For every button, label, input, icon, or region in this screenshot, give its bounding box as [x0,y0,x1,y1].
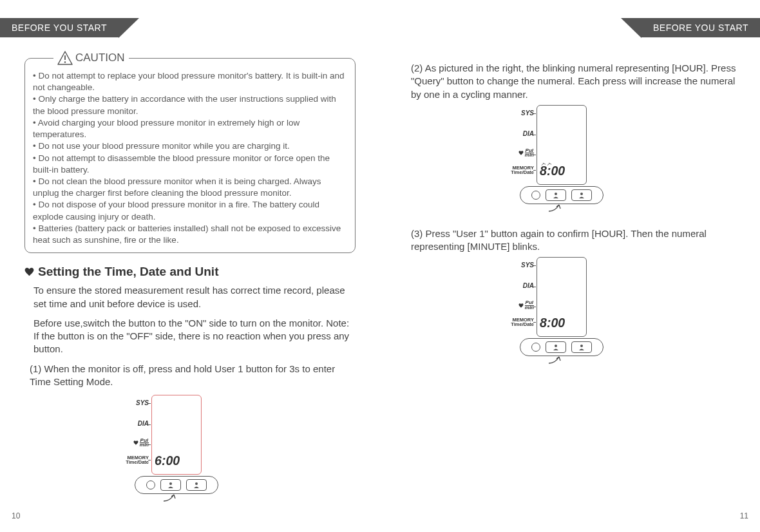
svg-text:8:00: 8:00 [540,164,565,178]
svg-point-1 [64,62,66,63]
label-pul: Pulmin [499,301,534,310]
device-screen: 6:00 [151,395,202,475]
svg-point-9 [555,345,557,347]
page-left: BEFORE YOU START CAUTION • Do not attemp… [0,0,380,532]
left-content: CAUTION • Do not attempt to replace your… [24,58,356,494]
step-3: (3) Press "User 1" button again to confi… [411,227,739,254]
caution-item: • Do not dispose of your blood pressure … [33,199,347,222]
label-pul: Pulmin [114,439,149,448]
device-screen: 8:00 [537,105,587,185]
person-icon [193,482,200,488]
svg-point-6 [555,193,557,195]
caution-item: • Do not clean the blood pressure monito… [33,176,347,199]
page-number-right: 11 [740,511,748,520]
caution-item: • Only charge the battery in accordance … [33,93,347,117]
power-button [531,343,540,352]
user2-button [571,189,592,201]
seven-seg-display: 8:00 [540,314,585,331]
power-button [146,480,155,489]
press-arrow-icon [547,352,567,365]
page-right: BEFORE YOU START (2) As pictured in the … [380,0,760,532]
heart-icon [24,267,34,276]
label-memory: MEMORYTime/Date [499,318,534,327]
svg-text:6:00: 6:00 [155,453,180,468]
svg-point-7 [580,193,583,195]
person-icon [553,192,559,198]
device-base [520,186,603,204]
heart-icon [518,303,524,308]
label-dia: DIA [114,421,149,427]
caution-item: • Batteries (battery pack or batteries i… [33,223,347,246]
person-icon [167,482,174,488]
caution-item: • Do not use your blood pressure monitor… [33,140,347,152]
step-1: (1) When the monitor is off, press and h… [30,363,356,389]
device-figure-1: SYS DIA Pulmin MEMORYTime/Date 6:00 [24,395,356,494]
heart-icon [133,441,138,445]
label-memory: MEMORYTime/Date [499,166,534,175]
warning-icon [57,51,73,65]
section-title: Setting the Time, Date and Unit [24,265,356,279]
seven-seg-display: 8:00 [540,162,585,179]
person-icon [578,192,585,198]
device-base [135,476,218,494]
caution-box: CAUTION • Do not attempt to replace your… [24,58,356,253]
label-dia: DIA [499,131,534,137]
device-base [520,338,603,356]
press-arrow-icon [162,489,182,502]
header-tab-left: BEFORE YOU START [0,18,119,37]
svg-point-4 [195,482,198,485]
right-content: (2) As pictured in the right, the blinki… [411,62,739,356]
person-icon [578,344,585,350]
svg-text:8:00: 8:00 [540,316,565,330]
page-number-left: 10 [12,511,20,520]
device-figure-3: SYS DIA Pulmin MEMORYTime/Date 8:00 [411,257,739,356]
caution-title: CAUTION [53,51,129,66]
device-figure-2: SYS DIA Pulmin MEMORYTime/Date 8:00 [411,105,739,204]
caution-item: • Avoid charging your blood pressure mon… [33,117,347,140]
label-memory: MEMORYTime/Date [114,455,149,464]
heart-icon [518,151,524,155]
label-sys: SYS [114,400,149,406]
intro-1: To ensure the stored measurement result … [33,284,356,310]
svg-point-10 [580,345,583,347]
power-button [531,191,540,200]
user2-button [186,479,207,491]
caution-item: • Do not attempt to disassemble the bloo… [33,153,347,176]
header-tab-right: BEFORE YOU START [641,18,760,37]
caution-label: CAUTION [75,51,125,66]
label-dia: DIA [499,283,534,289]
label-sys: SYS [499,262,534,269]
svg-point-3 [169,482,172,485]
label-pul: Pulmin [499,149,534,158]
step-2: (2) As pictured in the right, the blinki… [411,62,739,101]
label-sys: SYS [499,110,534,117]
device-screen: 8:00 [537,257,587,337]
intro-2: Before use,switch the button to the "ON"… [33,317,356,356]
press-arrow-icon [547,200,567,213]
person-icon [553,344,559,350]
caution-item: • Do not attempt to replace your blood p… [33,70,347,93]
user2-button [571,341,592,353]
seven-seg-display: 6:00 [155,452,200,469]
section-title-text: Setting the Time, Date and Unit [38,265,218,279]
